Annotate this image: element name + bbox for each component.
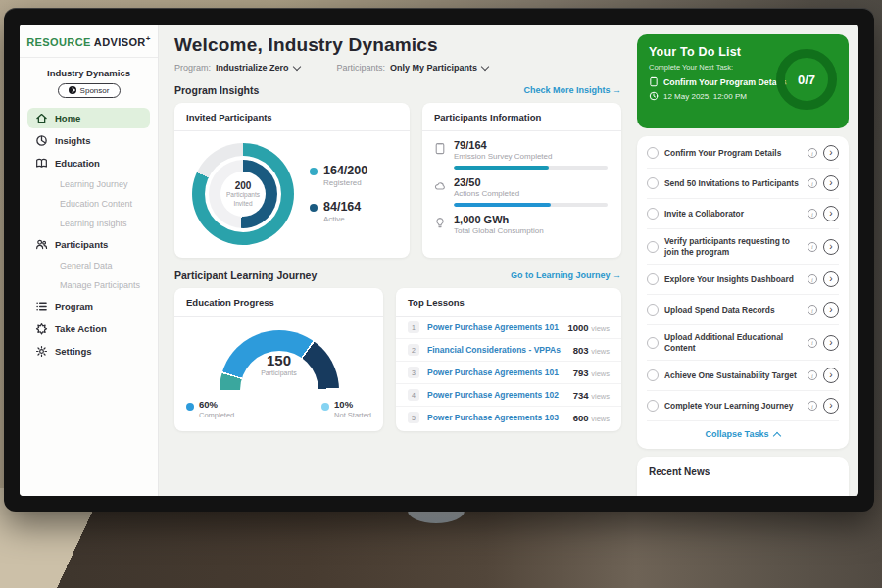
program-filter-label: Program:: [174, 63, 211, 73]
go-to-learning-journey-link[interactable]: Go to Learning Journey →: [511, 270, 621, 280]
stat-consumption: 1,000 GWh Total Global Consumption: [434, 214, 608, 235]
sidebar-item-label: Program: [55, 301, 93, 312]
sidebar: RESOURCE ADVISOR+ Industry Dynamics Spon…: [20, 24, 159, 496]
survey-icon: [434, 142, 446, 155]
sidebar-item-learning-journey[interactable]: Learning Journey: [27, 175, 150, 193]
lesson-views: 793: [573, 368, 589, 378]
task-go-button[interactable]: ›: [823, 302, 839, 318]
task-checkbox[interactable]: [647, 177, 659, 189]
task-go-button[interactable]: ›: [823, 398, 839, 414]
task-row[interactable]: Upload Additional Educational Content i …: [647, 325, 839, 361]
program-filter[interactable]: Program: Industrialize Zero: [174, 63, 300, 73]
collapse-tasks-link[interactable]: Collapse Tasks: [647, 421, 839, 445]
active-label: Active: [323, 215, 361, 223]
lesson-title-link[interactable]: Power Purchase Agreements 102: [427, 390, 565, 400]
views-suffix: views: [591, 347, 610, 356]
lesson-rank: 1: [408, 321, 419, 333]
sidebar-item-education[interactable]: Education: [27, 153, 150, 173]
lesson-row[interactable]: 2 Financial Considerations - VPPAs 803 v…: [396, 339, 621, 362]
sidebar-item-label: Settings: [55, 346, 91, 357]
task-row[interactable]: Invite a Collaborator i ›: [647, 199, 839, 229]
info-icon: i: [808, 274, 817, 284]
education-icon: [35, 157, 48, 170]
task-label: Invite a Collaborator: [664, 209, 802, 220]
settings-icon: [35, 345, 48, 358]
stat-emission-survey: 79/164 Emission Survey Completed: [434, 139, 608, 170]
task-checkbox[interactable]: [647, 369, 659, 381]
insights-cards-row: Invited Participants 200 Participants In…: [174, 103, 621, 258]
card-title: Top Lessons: [396, 288, 621, 317]
main-content: Welcome, Industry Dynamics Program: Indu…: [159, 24, 635, 496]
lesson-title-link[interactable]: Power Purchase Agreements 103: [427, 413, 565, 422]
sidebar-item-label: Insights: [55, 135, 90, 146]
task-go-button[interactable]: ›: [823, 368, 839, 383]
lesson-row[interactable]: 4 Power Purchase Agreements 102 734 view…: [396, 384, 621, 407]
task-row[interactable]: Explore Your Insights Dashboard i ›: [647, 265, 839, 295]
lesson-rank: 4: [408, 389, 419, 401]
lesson-title-link[interactable]: Power Purchase Agreements 101: [427, 322, 560, 332]
views-suffix: views: [591, 415, 610, 423]
task-go-button[interactable]: ›: [823, 206, 839, 221]
check-more-insights-link[interactable]: Check More Insights →: [523, 85, 621, 95]
sidebar-item-manage-participants[interactable]: Manage Participants: [27, 276, 150, 294]
stat-label: Emission Survey Completed: [454, 152, 608, 161]
task-checkbox[interactable]: [647, 241, 659, 253]
task-checkbox[interactable]: [647, 273, 659, 285]
lesson-row[interactable]: 1 Power Purchase Agreements 101 1000 vie…: [396, 317, 621, 339]
task-row[interactable]: Confirm Your Program Details i ›: [647, 138, 839, 169]
legend-item-registered: 164/200 Registered: [310, 165, 368, 187]
task-label: Upload Additional Educational Content: [664, 332, 802, 353]
section-title: Participant Learning Journey: [174, 270, 317, 281]
program-icon: [35, 300, 48, 313]
task-row[interactable]: Achieve One Sustainability Target i ›: [647, 361, 839, 391]
sidebar-nav: Home Insights Education Learning Journey…: [20, 106, 158, 362]
stat-value: 1,000 GWh: [454, 214, 608, 225]
task-row[interactable]: Upload Spend Data Records i ›: [647, 295, 839, 325]
sidebar-item-label: Education: [55, 158, 100, 169]
task-go-button[interactable]: ›: [823, 175, 839, 191]
participants-filter[interactable]: Participants: Only My Participants: [337, 63, 489, 73]
task-go-button[interactable]: ›: [823, 335, 839, 351]
sidebar-item-settings[interactable]: Settings: [27, 341, 150, 362]
invited-legend: 164/200 Registered 84/164 Active: [310, 165, 368, 223]
screen: RESOURCE ADVISOR+ Industry Dynamics Spon…: [20, 24, 858, 496]
task-label: Confirm Your Program Details: [664, 148, 802, 159]
task-checkbox[interactable]: [647, 337, 659, 349]
sidebar-item-program[interactable]: Program: [27, 296, 150, 317]
link-label: Check More Insights: [523, 85, 610, 95]
sidebar-item-learning-insights[interactable]: Learning Insights: [27, 215, 150, 232]
completed-dot-icon: [186, 403, 194, 411]
task-go-button[interactable]: ›: [823, 145, 839, 161]
lesson-row[interactable]: 5 Power Purchase Agreements 103 600 view…: [396, 407, 621, 428]
lesson-row[interactable]: 3 Power Purchase Agreements 101 793 view…: [396, 362, 621, 384]
task-row[interactable]: Send 50 Invitations to Participants i ›: [647, 169, 839, 199]
task-checkbox[interactable]: [647, 304, 659, 316]
sidebar-item-take-action[interactable]: Take Action: [27, 318, 150, 339]
lesson-views: 734: [573, 390, 589, 401]
task-checkbox[interactable]: [647, 208, 659, 220]
sidebar-item-home[interactable]: Home: [27, 108, 150, 128]
todo-counter-ring: 0/7: [776, 49, 837, 110]
logo-plus: +: [146, 34, 151, 43]
task-go-button[interactable]: ›: [823, 271, 839, 287]
lesson-rank: 3: [408, 367, 419, 378]
card-title: Participants Information: [422, 103, 621, 131]
learning-journey-header: Participant Learning Journey Go to Learn…: [174, 270, 621, 281]
logo-secondary: ADVISOR: [94, 36, 146, 48]
task-row[interactable]: Verify participants requesting to join t…: [647, 229, 839, 265]
sidebar-item-insights[interactable]: Insights: [27, 130, 150, 151]
task-label: Verify participants requesting to join t…: [664, 236, 802, 257]
sidebar-item-general-data[interactable]: General Data: [27, 257, 150, 274]
task-checkbox[interactable]: [647, 400, 659, 412]
task-checkbox[interactable]: [647, 147, 659, 159]
task-go-button[interactable]: ›: [823, 239, 839, 255]
invited-donut-outer: 200 Participants Invited: [192, 143, 294, 245]
sidebar-item-participants[interactable]: Participants: [27, 234, 150, 255]
sponsor-badge-label: Sponsor: [80, 86, 110, 95]
sidebar-item-education-content[interactable]: Education Content: [27, 195, 150, 213]
lesson-title-link[interactable]: Power Purchase Agreements 101: [427, 368, 565, 377]
task-row[interactable]: Complete Your Learning Journey i ›: [647, 391, 839, 421]
monitor-bezel: RESOURCE ADVISOR+ Industry Dynamics Spon…: [4, 8, 874, 512]
lesson-title-link[interactable]: Financial Considerations - VPPAs: [427, 345, 565, 355]
arrow-right-icon: →: [612, 85, 621, 95]
